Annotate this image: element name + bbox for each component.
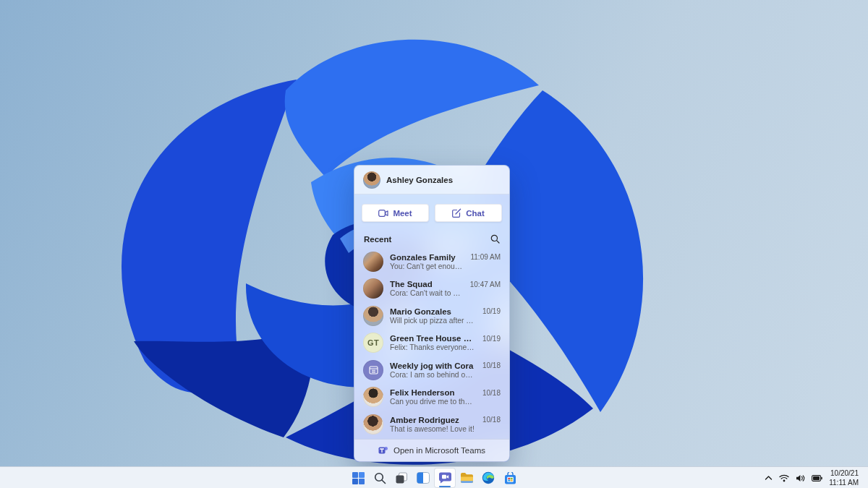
chat-button-label: Chat	[466, 209, 485, 218]
action-buttons: Meet Chat	[354, 194, 509, 228]
file-explorer-icon	[460, 472, 474, 484]
flyout-header: Ashley Gonzales	[354, 166, 509, 194]
avatar-initials: GT	[367, 338, 379, 347]
microsoft-store-icon	[504, 472, 516, 484]
widgets-icon	[417, 472, 430, 484]
conversation-row[interactable]: Felix Henderson Can you drive me to the …	[354, 384, 509, 411]
conversation-preview: That is awesome! Love it!	[390, 425, 476, 433]
chevron-up-icon	[765, 475, 773, 481]
conversation-row[interactable]: Gonzales Family You: Can't get enough of…	[354, 248, 509, 275]
conversation-preview: Cora: I am so behind on my step goals.	[390, 371, 476, 379]
recent-header: Recent	[354, 228, 509, 247]
microsoft-edge-icon	[482, 471, 495, 484]
teams-chat-icon	[438, 471, 452, 484]
conversation-avatar-initials: GT	[363, 333, 383, 353]
wifi-icon	[779, 474, 789, 482]
active-app-indicator	[439, 486, 451, 488]
system-tray: 10/20/21 11:11 AM	[765, 467, 868, 488]
conversation-name: Felix Henderson	[390, 388, 476, 397]
conversation-preview: Cora: Can't wait to see everyone!	[390, 289, 464, 297]
conversation-preview: Can you drive me to the PTA today?	[390, 398, 476, 406]
desktop: Ashley Gonzales Meet Chat Recent	[0, 0, 868, 488]
taskbar: 10/20/21 11:11 AM	[0, 466, 868, 488]
conversation-avatar	[363, 306, 383, 326]
user-avatar[interactable]	[363, 171, 380, 189]
start-button[interactable]	[347, 468, 369, 488]
chat-button[interactable]: Chat	[435, 204, 502, 222]
compose-icon	[452, 208, 461, 218]
conversation-time: 11:09 AM	[470, 248, 501, 261]
open-in-teams-link[interactable]: Open in Microsoft Teams	[354, 439, 509, 461]
conversation-avatar	[363, 360, 383, 380]
conversation-name: Weekly jog with Cora	[390, 361, 476, 370]
recent-label: Recent	[364, 235, 391, 244]
clock-date: 10/20/21	[829, 468, 859, 478]
conversation-preview: Will pick up pizza after my practice.	[390, 317, 476, 325]
windows-start-icon	[352, 472, 365, 484]
conversation-time: 10/18	[482, 411, 501, 424]
conversation-time: 10/19	[482, 330, 501, 343]
conversation-name: The Squad	[390, 280, 464, 288]
network-status[interactable]	[779, 474, 789, 482]
task-view-icon	[395, 471, 408, 484]
meet-button-label: Meet	[393, 209, 412, 218]
edge-button[interactable]	[477, 468, 499, 488]
file-explorer-button[interactable]	[456, 468, 477, 488]
conversation-avatar	[363, 414, 383, 435]
battery-status[interactable]	[812, 475, 822, 481]
conversation-avatar	[363, 278, 383, 299]
search-icon	[374, 472, 386, 484]
taskbar-clock[interactable]: 10/20/21 11:11 AM	[829, 468, 859, 487]
teams-chat-flyout: Ashley Gonzales Meet Chat Recent	[354, 165, 510, 462]
show-hidden-icons-button[interactable]	[765, 475, 773, 481]
search-button[interactable]	[369, 468, 391, 488]
open-in-teams-label: Open in Microsoft Teams	[393, 446, 485, 455]
teams-logo-icon	[378, 445, 388, 455]
conversation-preview: You: Can't get enough of her.	[390, 262, 464, 270]
user-name: Ashley Gonzales	[386, 176, 453, 184]
task-view-button[interactable]	[391, 468, 412, 488]
volume-status[interactable]	[796, 474, 805, 482]
video-camera-icon	[378, 209, 388, 218]
conversation-row[interactable]: Mario Gonzales Will pick up pizza after …	[354, 302, 509, 330]
teams-chat-button[interactable]	[434, 468, 456, 488]
conversation-avatar	[363, 387, 383, 407]
conversation-time: 10:47 AM	[470, 275, 501, 288]
conversation-name: Amber Rodriguez	[390, 416, 476, 424]
battery-icon	[812, 475, 822, 481]
widgets-button[interactable]	[412, 468, 434, 488]
conversation-row[interactable]: Amber Rodriguez That is awesome! Love it…	[354, 411, 509, 438]
conversation-name: Gonzales Family	[390, 253, 464, 262]
meet-button[interactable]: Meet	[362, 204, 429, 222]
conversation-row[interactable]: GT Green Tree House PTA Felix: Thanks ev…	[354, 330, 509, 357]
clock-time: 11:11 AM	[829, 478, 859, 487]
volume-icon	[796, 474, 805, 482]
conversation-row[interactable]: The Squad Cora: Can't wait to see everyo…	[354, 275, 509, 303]
conversation-list: Gonzales Family You: Can't get enough of…	[354, 247, 509, 439]
conversation-preview: Felix: Thanks everyone for attending tod…	[390, 343, 476, 351]
conversation-name: Mario Gonzales	[390, 307, 476, 316]
taskbar-center-icons	[347, 467, 521, 488]
calendar-icon	[369, 365, 378, 374]
conversation-name: Green Tree House PTA	[390, 334, 476, 343]
search-icon[interactable]	[490, 234, 500, 244]
store-button[interactable]	[499, 468, 521, 488]
conversation-avatar	[363, 252, 383, 272]
conversation-time: 10/18	[482, 384, 501, 397]
conversation-time: 10/19	[482, 302, 501, 315]
conversation-row[interactable]: Weekly jog with Cora Cora: I am so behin…	[354, 356, 509, 384]
conversation-time: 10/18	[482, 356, 501, 369]
